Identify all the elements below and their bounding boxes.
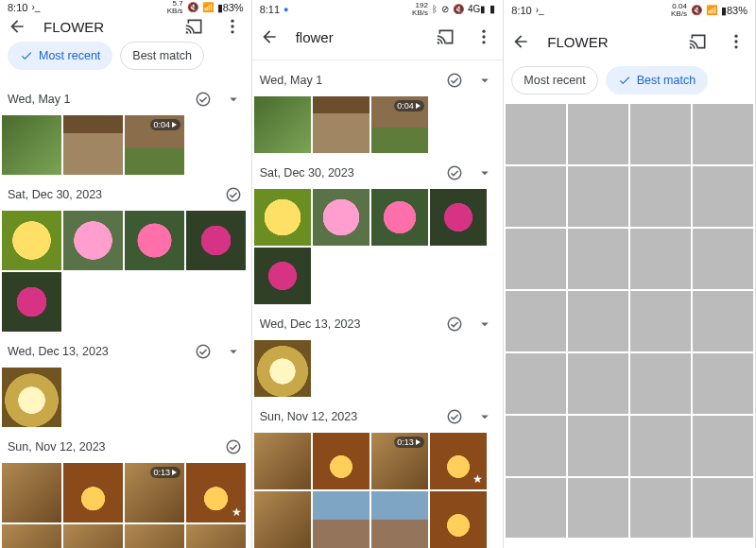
search-title[interactable]: FLOWER [547, 34, 672, 50]
photo-thumbnail[interactable] [254, 340, 311, 397]
photo-thumbnail[interactable] [630, 104, 691, 164]
photo-thumbnail[interactable] [125, 524, 184, 548]
photo-thumbnail[interactable]: 0:13 [125, 463, 184, 522]
photo-thumbnail[interactable] [371, 491, 428, 548]
photo-thumbnail[interactable] [313, 491, 369, 548]
select-all-button[interactable] [193, 89, 214, 110]
expand-button[interactable] [474, 314, 495, 334]
photo-thumbnail[interactable] [63, 463, 123, 522]
back-button[interactable] [6, 15, 28, 38]
search-title[interactable]: flower [296, 29, 421, 45]
photo-thumbnail[interactable] [2, 368, 61, 427]
photo-thumbnail[interactable]: ★ [186, 463, 246, 522]
photo-thumbnail[interactable] [693, 478, 753, 539]
date-header[interactable]: Wed, Dec 13, 2023 [252, 304, 504, 340]
photo-thumbnail[interactable] [506, 291, 566, 351]
photo-thumbnail[interactable]: 0:13 [371, 433, 428, 489]
photo-thumbnail[interactable]: 0:04 [125, 115, 184, 175]
date-header[interactable]: Wed, May 1 [0, 79, 251, 115]
photo-thumbnail[interactable] [254, 433, 311, 489]
photo-thumbnail[interactable] [630, 353, 691, 414]
photo-thumbnail[interactable] [506, 166, 566, 227]
photo-thumbnail[interactable] [63, 115, 123, 175]
photo-thumbnail[interactable] [630, 229, 691, 289]
photo-thumbnail[interactable] [693, 291, 753, 351]
date-header[interactable]: Sat, Dec 30, 2023 [252, 153, 504, 189]
photo-thumbnail[interactable] [254, 248, 311, 304]
photo-thumbnail[interactable] [430, 189, 487, 246]
date-header[interactable]: Wed, Dec 13, 2023 [0, 332, 251, 368]
photo-thumbnail[interactable] [430, 491, 487, 548]
photo-thumbnail[interactable] [186, 211, 246, 270]
search-title[interactable]: FLOWER [43, 19, 168, 35]
photo-thumbnail[interactable] [568, 229, 628, 289]
chip-best-match[interactable]: Best match [120, 42, 204, 70]
photo-thumbnail[interactable] [186, 524, 246, 548]
photo-thumbnail[interactable] [693, 353, 753, 414]
photo-thumbnail[interactable] [630, 478, 691, 539]
photo-thumbnail[interactable] [254, 96, 311, 153]
photo-thumbnail[interactable] [313, 433, 369, 489]
cast-button[interactable] [183, 15, 206, 38]
date-header[interactable]: Sat, Dec 30, 2023 [0, 175, 251, 211]
date-header[interactable]: Sun, Nov 12, 2023 [0, 427, 251, 463]
photo-thumbnail[interactable] [313, 189, 369, 246]
cast-button[interactable] [435, 26, 457, 48]
photo-thumbnail[interactable] [568, 291, 628, 351]
photo-thumbnail[interactable]: ★ [430, 433, 487, 489]
photo-thumbnail[interactable] [125, 211, 184, 270]
more-button[interactable] [472, 26, 495, 48]
select-all-button[interactable] [223, 437, 244, 457]
photo-thumbnail[interactable] [693, 166, 753, 227]
photo-thumbnail[interactable] [568, 416, 628, 476]
photo-thumbnail[interactable]: 0:04 [371, 96, 428, 153]
expand-button[interactable] [474, 70, 495, 91]
select-all-button[interactable] [223, 184, 244, 205]
photo-thumbnail[interactable] [568, 104, 628, 164]
expand-button[interactable] [474, 163, 495, 183]
date-header[interactable]: Wed, May 1 [252, 60, 504, 96]
chip-most-recent[interactable]: Most recent [511, 66, 597, 94]
select-all-button[interactable] [444, 314, 465, 334]
expand-button[interactable] [223, 89, 244, 110]
more-button[interactable] [221, 15, 244, 38]
photo-thumbnail[interactable] [568, 478, 628, 539]
photo-thumbnail[interactable] [506, 353, 566, 414]
photo-thumbnail[interactable] [313, 96, 369, 153]
photo-thumbnail[interactable] [630, 166, 691, 227]
back-button[interactable] [258, 26, 281, 48]
photo-thumbnail[interactable] [506, 229, 566, 289]
select-all-button[interactable] [444, 163, 465, 183]
date-header[interactable]: Sun, Nov 12, 2023 [252, 397, 504, 433]
photo-thumbnail[interactable] [506, 416, 566, 476]
photo-thumbnail[interactable] [693, 104, 753, 164]
chip-most-recent[interactable]: Most recent [8, 42, 112, 70]
photo-thumbnail[interactable] [2, 272, 61, 332]
expand-button[interactable] [223, 341, 244, 362]
photo-thumbnail[interactable] [568, 166, 628, 227]
photo-thumbnail[interactable] [630, 291, 691, 351]
photo-thumbnail[interactable] [63, 524, 123, 548]
photo-thumbnail[interactable] [63, 211, 123, 270]
chip-best-match[interactable]: Best match [606, 66, 709, 94]
more-button[interactable] [725, 30, 747, 53]
photo-thumbnail[interactable] [506, 478, 566, 539]
photo-thumbnail[interactable] [254, 189, 311, 246]
photo-thumbnail[interactable] [630, 416, 691, 476]
photo-thumbnail[interactable] [506, 104, 566, 164]
photo-thumbnail[interactable] [2, 115, 61, 175]
photo-thumbnail[interactable] [2, 463, 61, 522]
expand-button[interactable] [474, 406, 495, 427]
photo-thumbnail[interactable] [371, 189, 428, 246]
cast-button[interactable] [687, 30, 710, 53]
photo-thumbnail[interactable] [2, 524, 61, 548]
photo-thumbnail[interactable] [254, 491, 311, 548]
photo-thumbnail[interactable] [693, 416, 753, 476]
photo-thumbnail[interactable] [568, 353, 628, 414]
select-all-button[interactable] [193, 341, 214, 362]
photo-thumbnail[interactable] [2, 211, 61, 270]
photo-thumbnail[interactable] [693, 229, 753, 289]
back-button[interactable] [509, 30, 532, 53]
select-all-button[interactable] [444, 406, 465, 427]
select-all-button[interactable] [444, 70, 465, 91]
